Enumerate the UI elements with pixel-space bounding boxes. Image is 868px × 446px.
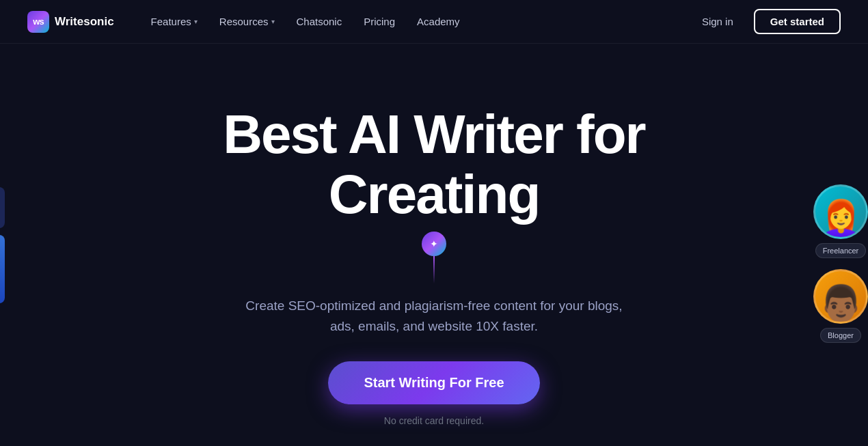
cursor-icon-wrap <box>422 232 446 283</box>
avatar-woman-image <box>813 184 868 239</box>
hero-section: Best AI Writer for Creating Create SEO-o… <box>0 44 868 446</box>
nav-item-resources[interactable]: Resources ▾ <box>210 10 284 33</box>
avatar-right-group: Freelancer Blogger <box>813 184 868 343</box>
nav-item-pricing[interactable]: Pricing <box>354 10 405 33</box>
logo-icon: ws <box>27 11 49 33</box>
freelancer-badge: Freelancer <box>815 243 867 258</box>
nav-right: Sign in Get started <box>692 9 841 34</box>
nav-links: Features ▾ Resources ▾ Chatsonic Pricing… <box>141 10 692 33</box>
hero-subtitle: Create SEO-optimized and plagiarism-free… <box>243 296 625 337</box>
chevron-down-icon: ▾ <box>194 18 198 25</box>
left-decoration <box>0 235 5 303</box>
cursor-circle-icon <box>422 232 446 256</box>
avatar-card-blogger: Blogger <box>813 269 868 343</box>
nav-item-chatsonic[interactable]: Chatsonic <box>287 10 352 33</box>
avatar-card-freelancer: Freelancer <box>813 184 868 258</box>
nav-item-features[interactable]: Features ▾ <box>141 10 207 33</box>
hero-title: Best AI Writer for Creating <box>126 104 742 225</box>
logo[interactable]: ws Writesonic <box>27 11 114 33</box>
chevron-down-icon: ▾ <box>271 18 275 25</box>
cursor-line <box>433 256 435 283</box>
no-cc-label: No credit card required. <box>384 415 484 426</box>
left-decoration-top <box>0 187 5 228</box>
brand-name: Writesonic <box>55 15 114 29</box>
avatar-man-image <box>813 269 868 324</box>
sign-in-link[interactable]: Sign in <box>692 10 743 33</box>
cta-button[interactable]: Start Writing For Free <box>328 361 539 404</box>
get-started-button[interactable]: Get started <box>754 9 841 34</box>
nav-item-academy[interactable]: Academy <box>407 10 470 33</box>
blogger-badge: Blogger <box>820 328 861 343</box>
navbar: ws Writesonic Features ▾ Resources ▾ Cha… <box>0 0 868 44</box>
